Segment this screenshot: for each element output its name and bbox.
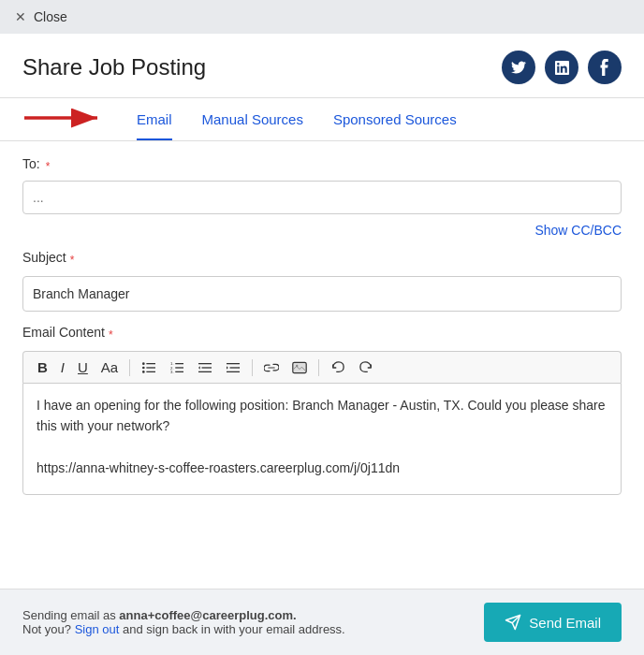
show-cc-bcc-row: Show CC/BCC [22,222,622,239]
share-job-modal: ✕ Close Share Job Posting [0,0,644,655]
send-email-label: Send Email [529,615,601,631]
toolbar-undo-btn[interactable] [326,358,350,377]
close-x-icon: ✕ [15,9,26,24]
toolbar-redo-btn[interactable] [354,358,378,377]
not-you-text: Not you? [22,622,71,636]
toolbar-image-btn[interactable] [287,358,312,377]
toolbar-outdent-btn[interactable] [193,358,217,377]
svg-point-6 [142,366,145,369]
toolbar-indent-btn[interactable] [221,358,245,377]
modal-header: Share Job Posting [0,34,644,98]
facebook-icon[interactable] [588,51,622,84]
to-input[interactable] [22,181,622,214]
toolbar-ol-btn[interactable]: 1.2.3. [165,358,189,377]
email-body-line1: I have an opening for the following posi… [37,395,607,437]
close-label: Close [34,9,67,24]
sender-email: anna+coffee@careerplug.com [119,608,293,622]
subject-input[interactable] [22,276,622,312]
close-bar[interactable]: ✕ Close [0,0,644,34]
show-cc-bcc-link[interactable]: Show CC/BCC [534,223,622,238]
linkedin-icon[interactable] [545,51,578,84]
to-label: To: [22,156,40,171]
sign-out-link[interactable]: Sign out [75,622,120,636]
toolbar-sep-3 [318,359,319,376]
modal-title: Share Job Posting [22,54,206,80]
email-body-line2: https://anna-whitney-s-coffee-roasters.c… [37,458,607,478]
send-icon [505,614,521,631]
sign-back-in-text: and sign back in with your email address… [123,622,345,636]
tab-email[interactable]: Email [137,98,172,140]
editor-toolbar: B I U Aa 1.2.3. [22,351,622,383]
toolbar-sep-2 [252,359,253,376]
svg-marker-17 [198,366,200,370]
subject-label: Subject [22,250,66,265]
email-editor-body[interactable]: I have an opening for the following posi… [22,383,622,495]
subject-required-star: * [70,254,75,267]
modal-content: To: * Show CC/BCC Subject * Email Conten… [0,141,644,574]
footer-text: Sending email as anna+coffee@careerplug.… [22,608,345,636]
tab-sponsored-sources[interactable]: Sponsored Sources [333,98,457,140]
svg-marker-21 [227,366,228,370]
modal-footer: Sending email as anna+coffee@careerplug.… [0,589,644,655]
send-email-button[interactable]: Send Email [484,603,622,642]
email-content-label: Email Content [22,325,105,340]
to-required-star: * [46,160,51,173]
svg-point-7 [142,371,145,373]
tab-arrow-indicator [22,105,107,135]
toolbar-italic-btn[interactable]: I [56,357,69,377]
sending-as-period: . [293,608,297,622]
toolbar-link-btn[interactable] [259,358,284,377]
svg-text:3.: 3. [170,370,174,374]
sending-as-prefix: Sending email as [22,608,119,622]
subject-field: Subject * [22,250,622,312]
social-share-icons [502,51,622,84]
toolbar-bold-btn[interactable]: B [33,357,52,377]
toolbar-ul-btn[interactable] [137,358,161,377]
email-content-section: Email Content * B I U Aa 1.2.3. [22,325,622,574]
tabs-nav: Email Manual Sources Sponsored Sources [0,98,644,141]
toolbar-font-btn[interactable]: Aa [96,357,123,377]
to-field-row: To: * [22,156,622,177]
tab-manual-sources[interactable]: Manual Sources [202,98,303,140]
twitter-icon[interactable] [502,51,535,84]
email-content-required-star: * [109,328,113,342]
toolbar-sep-1 [129,359,130,376]
svg-point-5 [142,362,145,365]
toolbar-underline-btn[interactable]: U [73,357,93,377]
